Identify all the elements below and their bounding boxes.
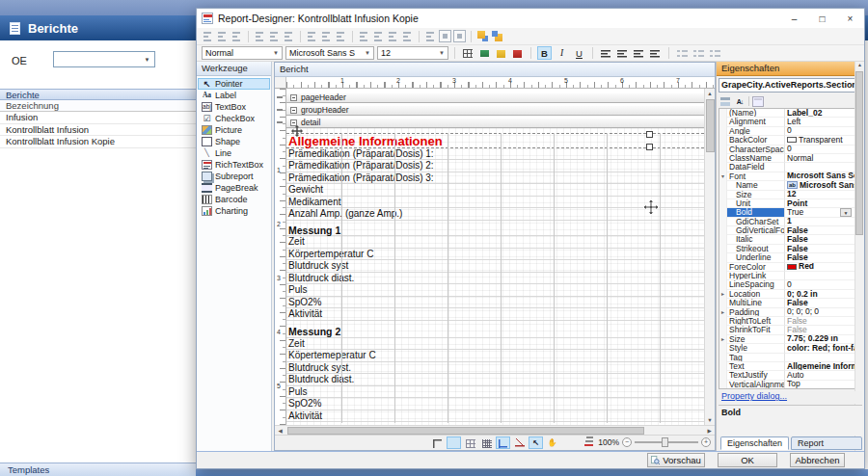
property-row[interactable]: ▸ Padding 0; 0; 0; 0 ▼ [719, 308, 861, 317]
report-label[interactable]: Medikament [286, 197, 704, 209]
same-height-icon[interactable] [320, 30, 333, 42]
italic-button[interactable]: I [555, 46, 569, 60]
property-value[interactable]: 0 ▼ [785, 127, 861, 136]
property-row[interactable]: ▾ Font Microsoft Sans Serif ▼ [719, 172, 861, 181]
align-tops-icon[interactable] [254, 30, 266, 42]
bring-to-front-icon[interactable] [476, 30, 489, 42]
scroll-right-icon[interactable]: ▶ [704, 428, 715, 434]
expander-icon[interactable] [719, 181, 727, 190]
increase-space-icon[interactable] [372, 30, 385, 42]
size-to-grid-icon[interactable] [424, 30, 437, 42]
pointer-mode-icon[interactable] [529, 436, 543, 449]
templates-bar[interactable]: Templates [0, 463, 196, 476]
property-row[interactable]: GdiVerticalFont False ▼ [719, 226, 861, 235]
property-row[interactable]: Italic False ▼ [719, 235, 861, 244]
style-combo[interactable]: Normal ▼ [202, 46, 283, 60]
categorized-icon[interactable] [719, 96, 731, 107]
close-button[interactable]: × [836, 9, 864, 28]
vertical-scrollbar[interactable]: ▲ ▼ [704, 89, 715, 425]
grid-icon[interactable] [463, 436, 477, 449]
property-value[interactable]: ▼ [785, 354, 861, 362]
property-value[interactable]: False ▼ [785, 253, 861, 262]
align-justify-icon[interactable] [648, 46, 663, 60]
report-label[interactable]: Zeit [286, 338, 704, 351]
underline-button[interactable]: U [572, 46, 586, 60]
expander-icon[interactable] [719, 245, 727, 253]
tool-item[interactable]: Line [198, 147, 270, 159]
expander-icon[interactable] [719, 263, 727, 272]
property-value[interactable]: Label_02 ▼ [785, 109, 861, 118]
property-value[interactable]: Allgemeine Informationen ▼ [785, 362, 861, 371]
property-value[interactable]: False ▼ [785, 226, 861, 235]
report-label[interactable]: Aktivität [286, 410, 704, 423]
design-surface[interactable]: pageHeader groupHeader detail [286, 89, 704, 425]
snap-lines-icon[interactable] [478, 47, 491, 60]
expander-icon[interactable] [719, 280, 727, 289]
property-row[interactable]: Style color: Red; font-fami ▼ [719, 344, 861, 353]
space-across-icon[interactable] [358, 30, 370, 42]
report-label[interactable]: SpO2% [286, 398, 704, 410]
tool-item[interactable]: TextBox [198, 101, 270, 113]
report-label[interactable]: Anzahl Amp. (ganze Amp.) [286, 208, 704, 221]
report-label[interactable]: Blutdruck syst. [286, 362, 704, 375]
tool-item[interactable]: Shape [198, 136, 270, 147]
property-row[interactable]: DataField ▼ [719, 163, 861, 172]
scroll-up-icon[interactable]: ▲ [705, 89, 715, 98]
expander-icon[interactable] [719, 191, 727, 199]
expander-icon[interactable] [719, 226, 727, 235]
script-icon[interactable] [511, 47, 524, 60]
chevron-down-icon[interactable]: ▼ [840, 208, 852, 216]
remove-space-icon[interactable] [401, 30, 414, 42]
expander-icon[interactable] [719, 118, 727, 126]
report-label[interactable]: Zeit [286, 236, 704, 249]
property-row[interactable]: ForeColor Red ▼ [719, 263, 861, 272]
ok-button[interactable]: OK [718, 453, 777, 467]
expander-icon[interactable] [719, 145, 727, 154]
maximize-button[interactable]: □ [808, 9, 836, 28]
scroll-up-icon[interactable]: ▲ [857, 62, 862, 67]
property-value[interactable]: False ▼ [785, 299, 861, 307]
ruler-corner-icon[interactable] [430, 436, 445, 449]
collapse-icon[interactable] [290, 94, 297, 101]
property-value[interactable]: ▼ [785, 163, 861, 172]
expander-icon[interactable] [719, 354, 727, 362]
same-size-icon[interactable] [335, 30, 347, 42]
panel-tab[interactable]: Report Explorer [791, 436, 862, 450]
list-item[interactable]: Kontrollblatt Infusion [0, 124, 196, 137]
property-row[interactable]: Angle 0 ▼ [719, 127, 861, 136]
property-row[interactable]: VerticalAlignment Top ▼ [719, 381, 861, 389]
report-label[interactable]: Aktivität [286, 308, 704, 321]
center-horizontal-icon[interactable] [439, 30, 451, 42]
expander-icon[interactable] [719, 136, 727, 145]
report-label[interactable]: Blutdruck syst [286, 260, 704, 273]
zoom-out-button[interactable]: − [622, 437, 632, 447]
expander-icon[interactable] [719, 208, 727, 217]
selection-box-icon[interactable] [447, 436, 461, 449]
guides-icon[interactable] [496, 436, 510, 449]
align-middles-icon[interactable] [268, 30, 281, 42]
expander-icon[interactable] [719, 344, 727, 353]
bold-button[interactable]: B [537, 46, 552, 60]
property-value[interactable]: Point ▼ [785, 199, 861, 208]
expander-icon[interactable] [719, 127, 727, 136]
property-value[interactable]: ▼ [785, 272, 861, 280]
property-value[interactable]: Normal ▼ [785, 154, 861, 163]
align-lefts-icon[interactable] [202, 30, 214, 42]
property-row[interactable]: HyperLink ▼ [719, 272, 861, 280]
property-row[interactable]: ▸ Size 7.75; 0.229 in ▼ [719, 335, 861, 344]
report-label[interactable]: Blutdruck diast. [286, 273, 704, 285]
tool-item[interactable]: PageBreak [198, 182, 270, 194]
report-label[interactable]: Puls [286, 284, 704, 297]
titlebar[interactable]: Report-Designer: Kontrollblatt Infusion … [197, 9, 864, 28]
property-value[interactable]: False ▼ [785, 326, 861, 334]
report-label[interactable]: Messung 2 [286, 326, 704, 338]
expander-icon[interactable]: ▸ [719, 308, 727, 317]
property-value[interactable]: ab Microsoft Sans S ▼ [785, 181, 861, 190]
report-label[interactable]: Körpertemperatur C [286, 249, 704, 261]
expander-icon[interactable] [719, 299, 727, 307]
bullet-list-icon[interactable] [675, 46, 690, 60]
expander-icon[interactable] [719, 109, 727, 118]
property-value[interactable]: Microsoft Sans Serif ▼ [785, 172, 861, 181]
section-header-bar[interactable]: pageHeader [286, 93, 704, 103]
property-row[interactable]: GdiCharSet 1 ▼ [719, 218, 861, 226]
